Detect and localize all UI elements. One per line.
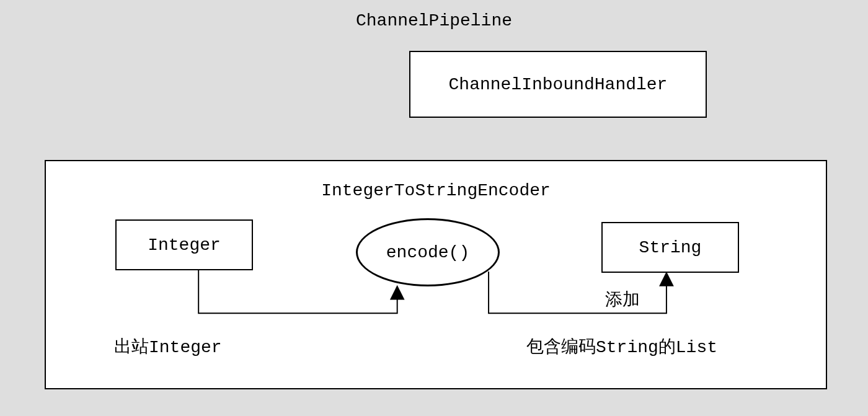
add-label: 添加 bbox=[605, 288, 640, 311]
outbound-integer-label: 出站Integer bbox=[114, 335, 222, 358]
inbound-handler-box: ChannelInboundHandler bbox=[409, 51, 707, 118]
encode-label: encode() bbox=[386, 243, 469, 262]
encoder-container: IntegerToStringEncoder Integer encode() … bbox=[45, 160, 827, 389]
pipeline-title: ChannelPipeline bbox=[356, 11, 512, 30]
inbound-handler-label: ChannelInboundHandler bbox=[449, 75, 668, 94]
encoder-title: IntegerToStringEncoder bbox=[321, 181, 551, 200]
encode-method-ellipse: encode() bbox=[356, 218, 500, 286]
string-output-box: String bbox=[601, 222, 739, 273]
integer-to-encode-arrow bbox=[198, 269, 397, 313]
integer-input-box: Integer bbox=[115, 219, 253, 270]
string-label: String bbox=[639, 238, 702, 257]
encoded-list-label: 包含编码String的List bbox=[526, 335, 717, 358]
integer-label: Integer bbox=[148, 236, 221, 255]
